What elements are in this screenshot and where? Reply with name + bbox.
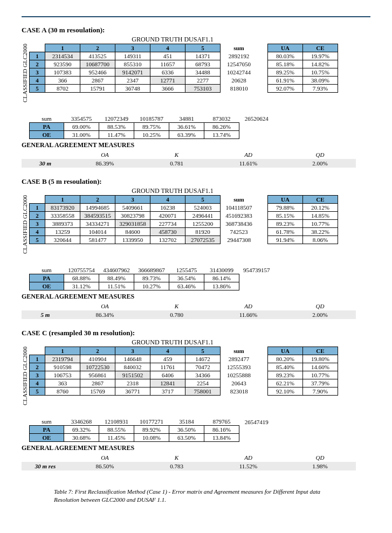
measure-header: OA — [69, 453, 141, 462]
col-sum: 12072349 — [99, 111, 134, 123]
matrix-cell: 84600 — [115, 228, 150, 236]
matrix-cell: 83173920 — [45, 204, 80, 212]
ce-cell: 19.80% — [303, 355, 338, 363]
row-header: 4 — [30, 379, 45, 387]
oe-cell: 10.27% — [134, 282, 169, 290]
matrix-cell: 384593515 — [80, 212, 115, 220]
caption-line1: Table 7: First Reclassification Method (… — [54, 488, 320, 495]
sum-label: sum — [30, 111, 64, 123]
matrix-cell: 2314534 — [45, 52, 80, 60]
row-header: 5 — [30, 387, 45, 396]
ua-cell: 85.15% — [268, 212, 303, 220]
measure-value: 1.98% — [284, 462, 356, 470]
ua-header: UA — [268, 196, 303, 204]
matrix-cell: 3666 — [150, 85, 185, 93]
row-header: 1 — [30, 355, 45, 363]
ua-cell: 89.25% — [268, 68, 303, 77]
matrix-cell: 15769 — [80, 387, 115, 396]
row-sum: 742523 — [221, 228, 258, 236]
pa-cell: 88.55% — [99, 426, 134, 434]
row-header: 3 — [30, 68, 45, 77]
row-sum: 368738436 — [221, 220, 258, 228]
matrix-cell: 13259 — [45, 228, 80, 236]
matrix-cell: 855310 — [115, 60, 150, 68]
grand-total: 26547419 — [239, 414, 274, 426]
measure-value: 86.50% — [69, 462, 141, 470]
ground-truth-title: GROUND TRUTH DUSAF1.1 — [65, 187, 280, 195]
ce-cell: 10.75% — [303, 68, 338, 77]
ce-cell: 14.82% — [303, 60, 338, 68]
oe-cell: 11.51% — [99, 282, 134, 290]
pa-cell: 86.14% — [204, 274, 239, 282]
oe-cell: 10.08% — [134, 434, 169, 442]
matrix-cell: 458730 — [150, 228, 185, 236]
pa-cell: 89.73% — [134, 274, 169, 282]
ce-cell: 7.93% — [303, 85, 338, 93]
matrix-cell: 36748 — [115, 85, 150, 93]
matrix-cell: 451 — [150, 52, 185, 60]
matrix-cell: 227734 — [150, 220, 185, 228]
matrix-cell: 2318 — [115, 379, 150, 387]
ua-cell: 62.21% — [268, 379, 303, 387]
matrix-cell: 459 — [150, 355, 185, 363]
ce-header: CE — [303, 44, 338, 52]
matrix-cell: 840032 — [115, 363, 150, 371]
row-header: 1 — [30, 204, 45, 212]
col-header: 4 — [150, 196, 185, 204]
measures-table: OAKADQD30 m86.39%0.78111.61%2.00% — [22, 150, 356, 168]
matrix-cell: 149311 — [115, 52, 150, 60]
matrix-cell: 923590 — [45, 60, 80, 68]
ua-ce-table: UACE79.88%20.12%85.15%14.85%89.23%10.77%… — [267, 195, 338, 244]
matrix-cell: 1339950 — [115, 236, 150, 244]
row-sum: 451692383 — [221, 212, 258, 220]
matrix-cell: 132702 — [150, 236, 185, 244]
ua-cell: 89.23% — [268, 220, 303, 228]
ce-cell: 14.85% — [303, 212, 338, 220]
pa-cell: 89.75% — [134, 123, 169, 131]
ua-cell: 79.88% — [268, 204, 303, 212]
pa-cell: 69.32% — [64, 426, 99, 434]
oe-cell: 11.45% — [99, 434, 134, 442]
matrix-cell: 14371 — [185, 52, 221, 60]
row-header: 2 — [30, 363, 45, 371]
matrix-cell: 410904 — [80, 355, 115, 363]
col-header: 3 — [115, 44, 150, 52]
matrix-cell: 3717 — [150, 387, 185, 396]
measure-value: 86.39% — [69, 159, 141, 168]
matrix-cell: 30823798 — [115, 212, 150, 220]
ua-cell: 92.07% — [268, 85, 303, 93]
ua-header: UA — [268, 347, 303, 355]
col-sum: 3354575 — [64, 111, 99, 123]
gam-title: GENERAL AGREEMENT MEASURES — [22, 141, 370, 149]
sum-header: sum — [221, 44, 258, 52]
measure-label: 30 m res — [22, 462, 69, 470]
ua-cell: 61.91% — [268, 77, 303, 85]
measure-value: 0.783 — [141, 462, 212, 470]
matrix-cell: 2277 — [185, 77, 221, 85]
measure-header: QD — [284, 150, 356, 159]
pa-cell: 86.16% — [204, 426, 239, 434]
ground-truth-title: GROUND TRUTH DUSAF1.1 — [65, 36, 280, 44]
matrix-cell: 8760 — [45, 387, 80, 396]
measure-header: AD — [212, 150, 284, 159]
measure-header: K — [141, 150, 212, 159]
gam-title: GENERAL AGREEMENT MEASURES — [22, 444, 370, 452]
matrix-cell: 320644 — [45, 236, 80, 244]
pa-cell: 36.61% — [169, 123, 204, 131]
matrix-cell: 9151502 — [115, 371, 150, 379]
matrix-cell: 753103 — [185, 85, 221, 93]
matrix-cell: 2254 — [185, 379, 221, 387]
oe-label: OE — [30, 434, 64, 442]
confusion-matrix: 12345sum12314534413525149311451143712892… — [29, 44, 258, 93]
col-header: 2 — [80, 347, 115, 355]
col-header: 5 — [185, 347, 221, 355]
matrix-cell: 329031858 — [115, 220, 150, 228]
measure-value: 11.66% — [212, 310, 284, 319]
confusion-matrix: 12345sum12319794410904146648459146722892… — [29, 347, 258, 396]
row-sum: 818010 — [221, 85, 258, 93]
pa-cell: 89.92% — [134, 426, 169, 434]
matrix-cell: 15791 — [80, 85, 115, 93]
case-title: CASE B (5 m resoulation): — [22, 177, 370, 186]
axis-label: CLASSIFIED GLC2000 — [22, 44, 29, 108]
ua-ce-table: UACE80.03%19.97%85.18%14.82%89.25%10.75%… — [267, 44, 338, 93]
